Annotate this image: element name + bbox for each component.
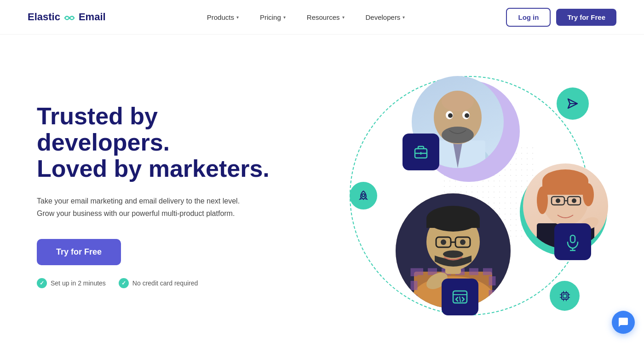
hero-subtext: Take your email marketing and email deli… xyxy=(37,195,248,220)
perk-no-card: ✓ No credit card required xyxy=(119,278,198,288)
chip-icon-circle xyxy=(550,281,580,311)
perk-setup: ✓ Set up in 2 minutes xyxy=(37,278,106,288)
chevron-down-icon: ▾ xyxy=(283,15,286,20)
nav-item-products[interactable]: Products ▾ xyxy=(199,10,247,25)
logo-icon xyxy=(63,13,76,21)
svg-point-37 xyxy=(556,198,560,203)
briefcase-icon-box xyxy=(402,134,439,170)
nav-item-pricing[interactable]: Pricing ▾ xyxy=(252,10,294,25)
svg-point-9 xyxy=(465,113,469,118)
svg-point-33 xyxy=(583,183,594,206)
svg-point-5 xyxy=(442,127,474,143)
header-actions: Log in Try for Free xyxy=(506,8,616,27)
rocket-icon-circle xyxy=(350,182,377,209)
hero-section: Trusted by developers. Loved by marketer… xyxy=(0,35,644,343)
svg-rect-52 xyxy=(563,294,567,298)
svg-rect-51 xyxy=(562,293,568,299)
mic-icon-box xyxy=(554,223,591,260)
chevron-down-icon: ▾ xyxy=(342,15,345,20)
send-icon-circle xyxy=(557,87,589,120)
chat-bubble-button[interactable] xyxy=(612,311,635,334)
check-icon-setup: ✓ xyxy=(37,278,47,288)
try-free-button-header[interactable]: Try for Free xyxy=(556,9,616,26)
svg-point-19 xyxy=(443,250,463,258)
logo-text-part2: Email xyxy=(79,11,106,23)
nav-item-resources[interactable]: Resources ▾ xyxy=(299,10,353,25)
hero-illustration xyxy=(331,62,616,329)
try-free-button-main[interactable]: Try for Free xyxy=(37,239,121,265)
check-icon-card: ✓ xyxy=(119,278,129,288)
svg-point-23 xyxy=(441,239,446,245)
hero-headline: Trusted by developers. Loved by marketer… xyxy=(37,103,294,182)
svg-point-8 xyxy=(448,113,453,118)
chevron-down-icon: ▾ xyxy=(236,15,239,20)
hero-headline-line2: Loved by marketers. xyxy=(37,155,270,182)
chevron-down-icon: ▾ xyxy=(402,15,405,20)
login-button[interactable]: Log in xyxy=(506,8,551,27)
svg-rect-31 xyxy=(542,181,588,195)
svg-point-50 xyxy=(362,194,365,197)
nav-item-developers[interactable]: Developers ▾ xyxy=(357,10,414,25)
logo[interactable]: Elastic Email xyxy=(28,11,106,23)
svg-point-38 xyxy=(572,198,576,203)
svg-rect-18 xyxy=(426,219,480,228)
svg-point-10 xyxy=(442,91,474,111)
svg-line-48 xyxy=(460,296,460,302)
logo-text-part1: Elastic xyxy=(28,11,60,23)
header: Elastic Email Products ▾ Pricing ▾ Resou… xyxy=(0,0,644,35)
svg-point-24 xyxy=(460,239,466,245)
hero-headline-line1: Trusted by developers. xyxy=(37,103,170,156)
perks-list: ✓ Set up in 2 minutes ✓ No credit card r… xyxy=(37,278,294,288)
svg-point-32 xyxy=(537,186,548,214)
svg-rect-43 xyxy=(570,235,575,243)
main-nav: Products ▾ Pricing ▾ Resources ▾ Develop… xyxy=(199,10,414,25)
code-icon-box xyxy=(442,279,478,315)
hero-left: Trusted by developers. Loved by marketer… xyxy=(37,103,294,289)
